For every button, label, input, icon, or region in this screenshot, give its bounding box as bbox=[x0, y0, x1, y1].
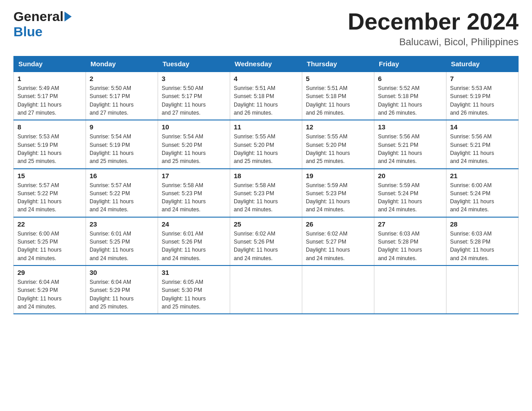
day-number: 17 bbox=[162, 172, 226, 180]
calendar-cell: 14Sunrise: 5:56 AMSunset: 5:21 PMDayligh… bbox=[446, 120, 519, 168]
day-number: 4 bbox=[234, 75, 298, 82]
calendar-header-row: Sunday Monday Tuesday Wednesday Thursday… bbox=[14, 56, 519, 72]
day-info: Sunrise: 6:05 AMSunset: 5:30 PMDaylight:… bbox=[162, 278, 226, 311]
calendar-cell: 15Sunrise: 5:57 AMSunset: 5:22 PMDayligh… bbox=[14, 169, 86, 217]
day-info: Sunrise: 6:00 AMSunset: 5:25 PMDaylight:… bbox=[17, 230, 82, 262]
logo-blue-text: Blue bbox=[13, 24, 43, 39]
page-subtitle: Balucawi, Bicol, Philippines bbox=[348, 36, 519, 48]
calendar-cell: 17Sunrise: 5:58 AMSunset: 5:23 PMDayligh… bbox=[158, 169, 230, 217]
day-info: Sunrise: 6:02 AMSunset: 5:26 PMDaylight:… bbox=[234, 230, 298, 262]
day-info: Sunrise: 5:59 AMSunset: 5:24 PMDaylight:… bbox=[378, 181, 442, 214]
day-info: Sunrise: 5:53 AMSunset: 5:19 PMDaylight:… bbox=[450, 84, 515, 117]
calendar-cell: 30Sunrise: 6:04 AMSunset: 5:29 PMDayligh… bbox=[86, 265, 158, 314]
calendar-cell: 18Sunrise: 5:58 AMSunset: 5:23 PMDayligh… bbox=[230, 169, 302, 217]
day-number: 20 bbox=[378, 172, 442, 180]
calendar-cell: 13Sunrise: 5:56 AMSunset: 5:21 PMDayligh… bbox=[374, 120, 446, 168]
calendar-cell: 1Sunrise: 5:49 AMSunset: 5:17 PMDaylight… bbox=[14, 72, 86, 120]
calendar-cell: 25Sunrise: 6:02 AMSunset: 5:26 PMDayligh… bbox=[230, 217, 302, 265]
day-info: Sunrise: 5:55 AMSunset: 5:20 PMDaylight:… bbox=[234, 133, 298, 165]
calendar-cell: 29Sunrise: 6:04 AMSunset: 5:29 PMDayligh… bbox=[14, 265, 86, 314]
day-number: 7 bbox=[450, 75, 515, 82]
col-header-thursday: Thursday bbox=[302, 56, 374, 72]
day-number: 28 bbox=[450, 220, 515, 228]
day-info: Sunrise: 6:03 AMSunset: 5:28 PMDaylight:… bbox=[378, 230, 442, 262]
col-header-tuesday: Tuesday bbox=[158, 56, 230, 72]
col-header-wednesday: Wednesday bbox=[230, 56, 302, 72]
day-info: Sunrise: 5:59 AMSunset: 5:23 PMDaylight:… bbox=[306, 181, 370, 214]
calendar-cell: 12Sunrise: 5:55 AMSunset: 5:20 PMDayligh… bbox=[302, 120, 374, 168]
day-number: 25 bbox=[234, 220, 298, 228]
calendar-cell: 11Sunrise: 5:55 AMSunset: 5:20 PMDayligh… bbox=[230, 120, 302, 168]
day-info: Sunrise: 6:04 AMSunset: 5:29 PMDaylight:… bbox=[90, 278, 154, 311]
calendar-cell: 21Sunrise: 6:00 AMSunset: 5:24 PMDayligh… bbox=[446, 169, 519, 217]
day-info: Sunrise: 5:51 AMSunset: 5:18 PMDaylight:… bbox=[306, 84, 370, 117]
day-info: Sunrise: 6:01 AMSunset: 5:25 PMDaylight:… bbox=[90, 230, 154, 262]
day-info: Sunrise: 5:58 AMSunset: 5:23 PMDaylight:… bbox=[234, 181, 298, 214]
day-number: 3 bbox=[162, 75, 226, 82]
calendar-cell: 9Sunrise: 5:54 AMSunset: 5:19 PMDaylight… bbox=[86, 120, 158, 168]
day-info: Sunrise: 5:52 AMSunset: 5:18 PMDaylight:… bbox=[378, 84, 442, 117]
col-header-saturday: Saturday bbox=[446, 56, 519, 72]
day-number: 16 bbox=[90, 172, 154, 180]
day-number: 30 bbox=[90, 269, 154, 276]
col-header-friday: Friday bbox=[374, 56, 446, 72]
day-number: 23 bbox=[90, 220, 154, 228]
day-info: Sunrise: 5:57 AMSunset: 5:22 PMDaylight:… bbox=[17, 181, 82, 214]
calendar-cell bbox=[302, 265, 374, 314]
calendar-cell: 5Sunrise: 5:51 AMSunset: 5:18 PMDaylight… bbox=[302, 72, 374, 120]
day-number: 26 bbox=[306, 220, 370, 228]
day-number: 31 bbox=[162, 269, 226, 276]
calendar-cell bbox=[374, 265, 446, 314]
day-number: 1 bbox=[17, 75, 82, 82]
day-info: Sunrise: 6:01 AMSunset: 5:26 PMDaylight:… bbox=[162, 230, 226, 262]
calendar-cell: 20Sunrise: 5:59 AMSunset: 5:24 PMDayligh… bbox=[374, 169, 446, 217]
calendar-cell: 22Sunrise: 6:00 AMSunset: 5:25 PMDayligh… bbox=[14, 217, 86, 265]
day-number: 2 bbox=[90, 75, 154, 82]
calendar-cell: 23Sunrise: 6:01 AMSunset: 5:25 PMDayligh… bbox=[86, 217, 158, 265]
day-number: 24 bbox=[162, 220, 226, 228]
day-number: 12 bbox=[306, 123, 370, 131]
calendar-cell: 8Sunrise: 5:53 AMSunset: 5:19 PMDaylight… bbox=[14, 120, 86, 168]
logo: General Blue bbox=[13, 9, 73, 39]
day-info: Sunrise: 5:49 AMSunset: 5:17 PMDaylight:… bbox=[17, 84, 82, 117]
logo-triangle-icon bbox=[64, 12, 72, 21]
calendar-cell: 31Sunrise: 6:05 AMSunset: 5:30 PMDayligh… bbox=[158, 265, 230, 314]
calendar-cell: 4Sunrise: 5:51 AMSunset: 5:18 PMDaylight… bbox=[230, 72, 302, 120]
day-info: Sunrise: 6:04 AMSunset: 5:29 PMDaylight:… bbox=[17, 278, 82, 311]
calendar-table: Sunday Monday Tuesday Wednesday Thursday… bbox=[13, 56, 519, 314]
day-number: 9 bbox=[90, 123, 154, 131]
day-info: Sunrise: 6:02 AMSunset: 5:27 PMDaylight:… bbox=[306, 230, 370, 262]
col-header-sunday: Sunday bbox=[14, 56, 86, 72]
calendar-week-row-3: 15Sunrise: 5:57 AMSunset: 5:22 PMDayligh… bbox=[14, 169, 519, 217]
day-number: 21 bbox=[450, 172, 515, 180]
calendar-cell: 19Sunrise: 5:59 AMSunset: 5:23 PMDayligh… bbox=[302, 169, 374, 217]
day-number: 5 bbox=[306, 75, 370, 82]
day-info: Sunrise: 6:03 AMSunset: 5:28 PMDaylight:… bbox=[450, 230, 515, 262]
page-header: General Blue December 2024 Balucawi, Bic… bbox=[13, 9, 519, 48]
day-info: Sunrise: 5:56 AMSunset: 5:21 PMDaylight:… bbox=[378, 133, 442, 165]
col-header-monday: Monday bbox=[86, 56, 158, 72]
day-number: 10 bbox=[162, 123, 226, 131]
calendar-cell bbox=[446, 265, 519, 314]
day-info: Sunrise: 5:50 AMSunset: 5:17 PMDaylight:… bbox=[90, 84, 154, 117]
day-number: 27 bbox=[378, 220, 442, 228]
day-info: Sunrise: 5:58 AMSunset: 5:23 PMDaylight:… bbox=[162, 181, 226, 214]
day-number: 6 bbox=[378, 75, 442, 82]
calendar-cell: 2Sunrise: 5:50 AMSunset: 5:17 PMDaylight… bbox=[86, 72, 158, 120]
day-number: 13 bbox=[378, 123, 442, 131]
calendar-cell: 3Sunrise: 5:50 AMSunset: 5:17 PMDaylight… bbox=[158, 72, 230, 120]
day-info: Sunrise: 5:54 AMSunset: 5:19 PMDaylight:… bbox=[90, 133, 154, 165]
day-number: 14 bbox=[450, 123, 515, 131]
logo-general-text: General bbox=[13, 9, 64, 24]
title-block: December 2024 Balucawi, Bicol, Philippin… bbox=[348, 9, 519, 48]
day-number: 8 bbox=[17, 123, 82, 131]
calendar-cell: 10Sunrise: 5:54 AMSunset: 5:20 PMDayligh… bbox=[158, 120, 230, 168]
calendar-cell: 7Sunrise: 5:53 AMSunset: 5:19 PMDaylight… bbox=[446, 72, 519, 120]
day-info: Sunrise: 5:54 AMSunset: 5:20 PMDaylight:… bbox=[162, 133, 226, 165]
day-info: Sunrise: 5:53 AMSunset: 5:19 PMDaylight:… bbox=[17, 133, 82, 165]
calendar-cell bbox=[230, 265, 302, 314]
day-info: Sunrise: 5:57 AMSunset: 5:22 PMDaylight:… bbox=[90, 181, 154, 214]
day-info: Sunrise: 5:51 AMSunset: 5:18 PMDaylight:… bbox=[234, 84, 298, 117]
calendar-cell: 28Sunrise: 6:03 AMSunset: 5:28 PMDayligh… bbox=[446, 217, 519, 265]
calendar-cell: 16Sunrise: 5:57 AMSunset: 5:22 PMDayligh… bbox=[86, 169, 158, 217]
